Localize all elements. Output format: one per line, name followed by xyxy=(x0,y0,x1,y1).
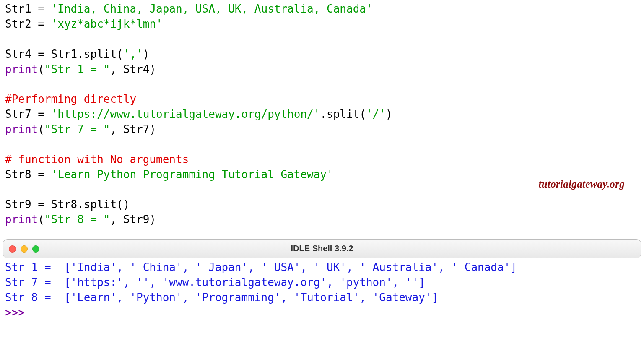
watermark-text: tutorialgateway.org xyxy=(539,177,625,192)
code-line-2: Str2 = 'xyz*abc*ijk*lmn' xyxy=(5,18,163,30)
zoom-icon[interactable] xyxy=(32,245,39,253)
shell-titlebar: IDLE Shell 3.9.2 xyxy=(3,239,641,258)
shell-prompt: >>> xyxy=(5,306,31,319)
shell-line-1: Str 1 = ['India', ' China', ' Japan', ' … xyxy=(5,261,517,273)
window-controls xyxy=(9,245,39,253)
shell-line-2: Str 7 = ['https:', '', 'www.tutorialgate… xyxy=(5,276,425,289)
code-line-7: #Performing directly xyxy=(5,93,136,105)
minimize-icon[interactable] xyxy=(21,245,28,253)
code-line-1: Str1 = 'India, China, Japan, USA, UK, Au… xyxy=(5,3,373,15)
code-line-5: print("Str 1 = ", Str4) xyxy=(5,63,156,76)
code-line-9: print("Str 7 = ", Str7) xyxy=(5,123,156,135)
code-line-8: Str7 = 'https://www.tutorialgateway.org/… xyxy=(5,108,392,120)
code-line-11: # function with No arguments xyxy=(5,153,189,166)
code-editor[interactable]: Str1 = 'India, China, Japan, USA, UK, Au… xyxy=(0,0,644,227)
shell-output[interactable]: Str 1 = ['India', ' China', ' Japan', ' … xyxy=(5,260,517,320)
code-line-14: Str9 = Str8.split() xyxy=(5,198,130,211)
code-line-15: print("Str 8 = ", Str9) xyxy=(5,213,156,226)
code-line-12: Str8 = 'Learn Python Programming Tutoria… xyxy=(5,168,333,181)
shell-line-3: Str 8 = ['Learn', 'Python', 'Programming… xyxy=(5,291,438,304)
shell-title: IDLE Shell 3.9.2 xyxy=(3,243,641,255)
code-line-4: Str4 = Str1.split(',') xyxy=(5,48,149,60)
close-icon[interactable] xyxy=(9,245,16,253)
